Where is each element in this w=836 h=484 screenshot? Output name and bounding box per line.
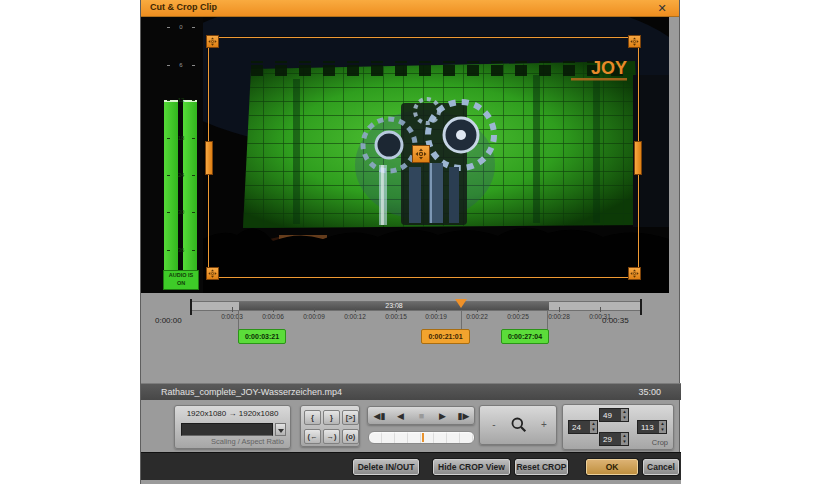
crop-right-value: 113 — [641, 423, 654, 432]
title-bar: Cut & Crop Clip ✕ — [141, 0, 679, 17]
play-to-out-button[interactable]: [>] — [342, 410, 359, 425]
dialog-bottom-edge — [141, 480, 681, 484]
timeline-track[interactable]: 23:08 — [191, 301, 641, 311]
play-button[interactable]: ▶ — [433, 408, 452, 424]
spin-down-icon[interactable]: ▼ — [621, 415, 628, 421]
crop-left-field[interactable]: 24 ▲▼ — [568, 420, 598, 434]
arrow-icon: → — [229, 409, 237, 418]
crop-values-panel: 49 ▲▼ 24 ▲▼ 29 ▲▼ 113 ▲▼ Crop — [562, 404, 674, 450]
crop-bottom-field[interactable]: 29 ▲▼ — [599, 432, 629, 446]
crop-panel-label: Crop — [652, 438, 668, 447]
spin-down-icon[interactable]: ▼ — [590, 427, 597, 433]
filename-bar: Rathaus_complete_JOY-Wasserzeichen.mp4 3… — [141, 383, 681, 400]
timeline-tick: 0:00:31 — [578, 313, 622, 320]
scaling-label: Scaling / Aspect Ratio — [211, 437, 284, 446]
clip-duration: 35:00 — [638, 387, 661, 397]
transport-panel: ◀▮ ◀ ■ ▶ ▮▶ — [367, 406, 475, 425]
stop-button[interactable]: ■ — [412, 408, 431, 424]
track-start-mark — [190, 299, 192, 315]
resolution-row: 1920x1080 → 1920x1080 — [175, 409, 290, 418]
step-forward-button[interactable]: ▮▶ — [454, 408, 473, 424]
delete-inout-button[interactable]: Delete IN/OUT — [353, 459, 419, 475]
playhead-marker[interactable] — [455, 299, 467, 308]
crop-handle-right[interactable] — [634, 141, 642, 175]
dropdown-button[interactable] — [275, 423, 286, 436]
hide-crop-view-button[interactable]: Hide CROP View — [433, 459, 510, 475]
timeline-tick: 0:00:06 — [251, 313, 295, 320]
spinner-arrows[interactable]: ▲▼ — [621, 409, 628, 421]
step-back-button[interactable]: ◀▮ — [370, 408, 389, 424]
scaling-panel: 1920x1080 → 1920x1080 Scaling / Aspect R… — [174, 405, 291, 449]
crop-handle-left[interactable] — [205, 141, 213, 175]
marker-panel: { } [>] (← →) (o) — [300, 405, 360, 447]
loop-button[interactable]: (o) — [342, 429, 359, 444]
goto-in-button[interactable]: (← — [304, 429, 321, 444]
ok-button[interactable]: OK — [586, 459, 638, 475]
timeline-tick: 0:00:28 — [537, 313, 581, 320]
set-in-button[interactable]: { — [304, 410, 321, 425]
crop-handle-bottom-right[interactable] — [628, 267, 641, 280]
current-time-badge[interactable]: 0:00:21:01 — [421, 329, 470, 344]
crop-bottom-value: 29 — [603, 435, 612, 444]
crop-move-handle[interactable] — [412, 145, 430, 163]
out-point-badge[interactable]: 0:00:27:04 — [501, 329, 549, 344]
source-resolution: 1920x1080 — [187, 409, 227, 418]
meter-scale-label: 36 — [163, 247, 199, 253]
cut-crop-dialog: Cut & Crop Clip ✕ 0 6 12 18 24 30 36 AUD… — [140, 0, 680, 484]
meter-scale-label: 18 — [163, 135, 199, 141]
spin-down-icon[interactable]: ▼ — [621, 439, 628, 445]
goto-out-button[interactable]: →) — [323, 429, 340, 444]
meter-scale-label: 24 — [163, 172, 199, 178]
play-backward-button[interactable]: ◀ — [391, 408, 410, 424]
crop-arrows-icon — [630, 37, 639, 46]
cancel-button[interactable]: Cancel — [643, 459, 679, 475]
meter-scale-label: 12 — [163, 97, 199, 103]
crop-handle-bottom-left[interactable] — [206, 267, 219, 280]
target-resolution: 1920x1080 — [239, 409, 279, 418]
controls-section: 1920x1080 → 1920x1080 Scaling / Aspect R… — [141, 400, 681, 452]
audio-level-bar-right — [183, 100, 197, 270]
in-out-range[interactable]: 23:08 — [239, 302, 549, 310]
shuttle-slider[interactable] — [368, 431, 475, 444]
zoom-out-button[interactable]: - — [488, 419, 500, 433]
video-frame: JOY — [203, 17, 669, 293]
crop-handle-top-right[interactable] — [628, 35, 641, 48]
magnifier-icon — [510, 416, 528, 434]
timeline-start-label: 0:00:00 — [155, 316, 182, 325]
move-icon — [415, 148, 427, 160]
out-connector — [547, 311, 548, 330]
reset-crop-button[interactable]: Reset CROP — [515, 459, 568, 475]
close-icon[interactable]: ✕ — [655, 1, 669, 15]
scaling-dropdown[interactable] — [181, 423, 273, 436]
timeline-tick: 0:00:12 — [333, 313, 377, 320]
screenshot-canvas: Cut & Crop Clip ✕ 0 6 12 18 24 30 36 AUD… — [0, 0, 836, 484]
in-point-badge[interactable]: 0:00:03:21 — [238, 329, 286, 344]
preview-area: 0 6 12 18 24 30 36 AUDIO IS ON — [141, 17, 669, 293]
zoom-in-button[interactable]: + — [538, 419, 550, 433]
spinner-arrows[interactable]: ▲▼ — [590, 421, 597, 433]
audio-level-bar-left — [164, 100, 178, 270]
timeline-tick: 0:00:03 — [210, 313, 254, 320]
clip-filename: Rathaus_complete_JOY-Wasserzeichen.mp4 — [161, 387, 342, 397]
audio-on-toggle[interactable]: AUDIO IS ON — [163, 270, 199, 290]
in-connector — [238, 311, 239, 330]
timeline-section: 23:08 0:00:00 0:00:35 0:00:03 0:00:06 0:… — [141, 293, 681, 383]
crop-arrows-icon — [630, 269, 639, 278]
track-end-mark — [640, 299, 642, 315]
crop-rectangle[interactable] — [208, 37, 639, 278]
crop-top-field[interactable]: 49 ▲▼ — [599, 408, 629, 422]
crop-left-value: 24 — [572, 423, 581, 432]
set-out-button[interactable]: } — [323, 410, 340, 425]
current-connector — [461, 311, 462, 330]
spin-down-icon[interactable]: ▼ — [659, 427, 666, 433]
meter-scale-label: 6 — [163, 62, 199, 68]
dialog-title: Cut & Crop Clip — [150, 2, 217, 12]
zoom-panel: - + — [479, 405, 557, 445]
timeline-tick: 0:00:09 — [292, 313, 336, 320]
timeline-tick: 0:00:19 — [414, 313, 458, 320]
spinner-arrows[interactable]: ▲▼ — [659, 421, 666, 433]
crop-handle-top-left[interactable] — [206, 35, 219, 48]
crop-top-value: 49 — [603, 411, 612, 420]
spinner-arrows[interactable]: ▲▼ — [621, 433, 628, 445]
crop-right-field[interactable]: 113 ▲▼ — [637, 420, 667, 434]
